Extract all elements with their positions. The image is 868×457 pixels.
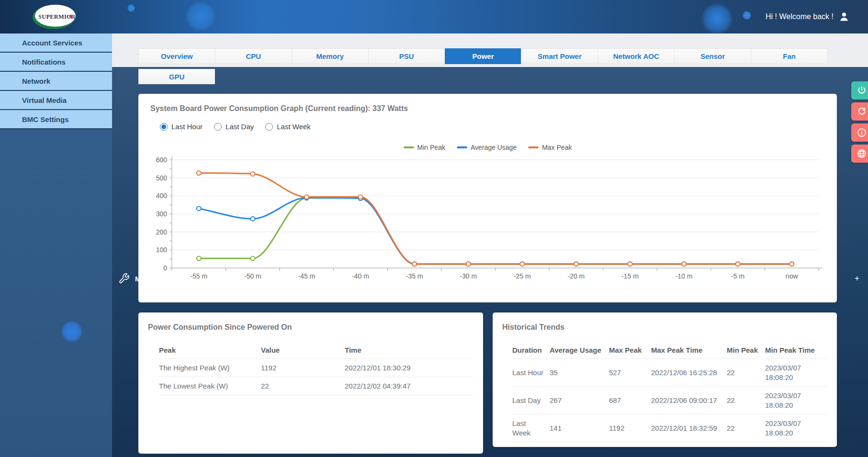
globe-button[interactable] [851, 145, 868, 163]
column-header: Duration [512, 341, 550, 359]
svg-text:-55 m: -55 m [190, 272, 207, 280]
decorative-circle [186, 1, 215, 31]
table-cell: 1192 [261, 359, 345, 377]
radio-last-hour[interactable]: Last Hour [160, 123, 203, 131]
tab-sensor[interactable]: Sensor [674, 48, 751, 64]
main-content: OverviewCPUMemoryPSUPowerSmart PowerNetw… [112, 33, 868, 457]
sidebar-item-network[interactable]: Network [0, 72, 112, 91]
sidebar-item-account-services[interactable]: Account Services [0, 33, 112, 53]
sidebar-item-label: BMC Settings [22, 115, 69, 123]
refresh-button[interactable] [851, 102, 868, 121]
sidebar-item-label: Notifications [22, 58, 66, 66]
legend-max-peak[interactable]: Max Peak [528, 144, 572, 151]
tab-smart-power[interactable]: Smart Power [521, 48, 598, 64]
sidebar-menu: DashboardSystem+⚙Configuration−Account S… [0, 33, 112, 129]
table-row: Last Day2676872022/12/06 09:00:17222023/… [512, 387, 827, 414]
table-cell: The Highest Peak (W) [159, 359, 261, 377]
tab-label: Fan [783, 52, 796, 60]
table-cell: Last Hour [512, 359, 550, 387]
svg-text:500: 500 [156, 174, 168, 182]
tab-overview[interactable]: Overview [138, 48, 215, 64]
radio-last-week[interactable]: Last Week [265, 123, 311, 131]
power-since-on-table: PeakValueTime The Highest Peak (W)119220… [159, 341, 473, 395]
table-cell: 1192 [609, 414, 651, 442]
user-icon[interactable] [838, 11, 850, 23]
radio-input-last-day[interactable] [214, 123, 222, 131]
column-header: Time [345, 341, 473, 359]
table-cell: 2022/12/02 04:39:47 [345, 377, 473, 395]
sidebar-item-bmc-settings[interactable]: BMC Settings [0, 110, 112, 129]
info-button[interactable] [851, 123, 868, 142]
decorative-circle [127, 4, 135, 12]
refresh-icon [857, 106, 867, 117]
table-title: Historical Trends [502, 323, 564, 332]
table-cell: 2022/12/01 18:30:29 [345, 359, 473, 377]
welcome-text: Hi ! Welcome back ! [766, 12, 834, 21]
table-cell: 22 [727, 359, 765, 387]
tab-network-aoc[interactable]: Network AOC [597, 48, 675, 64]
svg-text:100: 100 [156, 246, 168, 254]
column-header: Max Peak Time [651, 341, 727, 359]
chart-legend: Min PeakAverage UsageMax Peak [138, 144, 837, 151]
legend-average-usage[interactable]: Average Usage [457, 144, 517, 151]
historical-trends-table: DurationAverage UsageMax PeakMax Peak Ti… [512, 341, 827, 442]
decorative-circle [61, 321, 82, 342]
radio-last-day[interactable]: Last Day [214, 123, 254, 131]
decorative-circle [702, 3, 733, 33]
table-cell: 22 [727, 414, 765, 442]
svg-text:300: 300 [156, 210, 168, 218]
sidebar-item-label: Virtual Media [22, 96, 67, 104]
chart-title: System Board Power Consumption Graph (Cu… [150, 104, 408, 113]
svg-text:-25 m: -25 m [514, 272, 531, 280]
table-cell: Last Day [512, 387, 550, 414]
supermicro-logo[interactable]: SUPERMICR [33, 4, 77, 29]
tab-label: Network AOC [613, 52, 659, 60]
sidebar-item-virtual-media[interactable]: Virtual Media [0, 91, 112, 110]
legend-label: Min Peak [417, 144, 445, 151]
svg-text:-30 m: -30 m [460, 272, 477, 280]
legend-swatch [528, 146, 539, 148]
welcome-area: Hi ! Welcome back ! [766, 0, 850, 33]
legend-min-peak[interactable]: Min Peak [404, 144, 445, 151]
table-cell: 22 [727, 387, 765, 414]
tab-label: Power [473, 52, 494, 60]
svg-text:-50 m: -50 m [244, 272, 261, 280]
power-graph-card: System Board Power Consumption Graph (Cu… [138, 94, 837, 302]
radio-label: Last Week [277, 123, 311, 131]
power-icon [857, 85, 867, 96]
tab-label: Smart Power [538, 52, 582, 60]
table-cell: The Lowest Peak (W) [159, 377, 261, 395]
column-header: Average Usage [550, 341, 609, 359]
table-cell: 2022/12/01 18:32:59 [651, 414, 727, 442]
tab-power[interactable]: Power [445, 48, 522, 64]
tab-memory[interactable]: Memory [292, 48, 369, 64]
tab-bar-row2: GPU [138, 69, 215, 84]
table-cell: 2022/12/06 16:25:28 [651, 359, 727, 387]
tab-psu[interactable]: PSU [368, 48, 445, 64]
table-cell: 2023/03/07 18:08:20 [765, 387, 827, 414]
radio-input-last-hour[interactable] [160, 123, 168, 131]
quick-actions [851, 81, 868, 163]
sidebar: DashboardSystem+⚙Configuration−Account S… [0, 33, 112, 457]
table-row: The Highest Peak (W)11922022/12/01 18:30… [159, 359, 473, 377]
radio-input-last-week[interactable] [265, 123, 273, 131]
tab-gpu[interactable]: GPU [138, 69, 215, 84]
power-button[interactable] [851, 81, 868, 100]
table-cell: 35 [550, 359, 609, 387]
table-row: The Lowest Peak (W)222022/12/02 04:39:47 [159, 377, 473, 395]
legend-swatch [404, 146, 414, 148]
tab-cpu[interactable]: CPU [215, 48, 292, 64]
sidebar-item-notifications[interactable]: Notifications [0, 53, 112, 72]
tab-label: Sensor [700, 52, 725, 60]
table-cell: 267 [550, 387, 609, 414]
time-range-radios: Last HourLast DayLast Week [160, 123, 322, 131]
table-cell: 527 [609, 359, 651, 387]
historical-trends-card: Historical Trends DurationAverage UsageM… [493, 312, 837, 447]
tab-bar: OverviewCPUMemoryPSUPowerSmart PowerNetw… [138, 48, 828, 64]
tab-fan[interactable]: Fan [751, 48, 828, 64]
column-header: Peak [159, 341, 261, 359]
logo-red-dot [69, 15, 73, 18]
table-cell: 22 [261, 377, 345, 395]
table-cell: 687 [609, 387, 651, 414]
svg-text:600: 600 [156, 156, 168, 164]
